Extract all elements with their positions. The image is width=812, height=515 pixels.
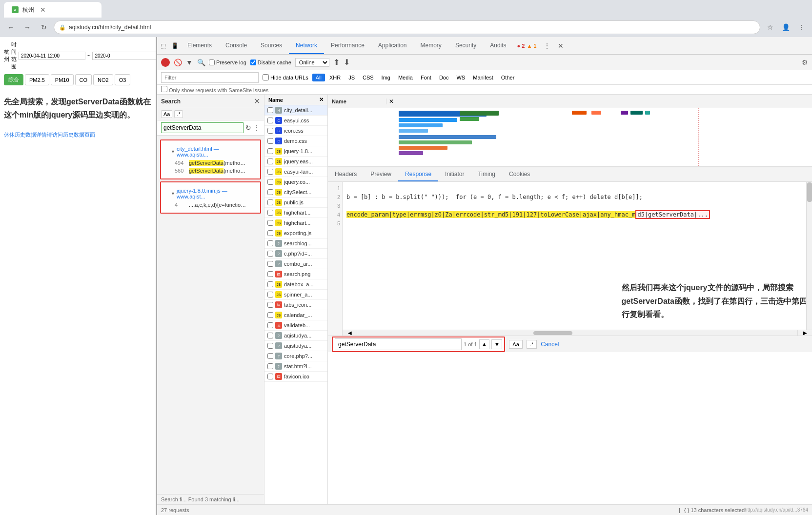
file-checkbox-22[interactable] — [267, 333, 273, 338]
file-item-26[interactable]: 🖼 favicon.ico — [264, 372, 327, 382]
settings-icon[interactable]: ⚙ — [802, 59, 808, 66]
search-options-btn[interactable]: ⋮ — [253, 124, 260, 132]
filter-co[interactable]: CO — [75, 74, 92, 85]
browser-tab[interactable]: A 杭州 ✕ — [4, 2, 102, 18]
file-checkbox-7[interactable] — [267, 179, 273, 185]
detail-tab-headers[interactable]: Headers — [328, 167, 364, 181]
hide-urls-label[interactable]: Hide data URLs — [263, 74, 308, 80]
forward-button[interactable]: → — [20, 20, 34, 34]
type-filter-media[interactable]: Media — [395, 74, 416, 81]
file-checkbox-21[interactable] — [267, 322, 273, 328]
file-checkbox-13[interactable] — [267, 240, 273, 246]
file-item-18[interactable]: JS spinner_a... — [264, 290, 327, 300]
file-item-5[interactable]: JS jquery.eas... — [264, 157, 327, 167]
match-case-btn[interactable]: Aa — [509, 340, 522, 349]
devtools-tab-performance[interactable]: Performance — [324, 37, 371, 54]
filter-icon-btn[interactable]: ▼ — [185, 59, 193, 66]
devtools-tab-security[interactable]: Security — [448, 37, 483, 54]
file-checkbox-5[interactable] — [267, 158, 273, 164]
file-checkbox-0[interactable] — [267, 107, 273, 113]
address-bar[interactable]: 🔒 aqistudy.cn/html/city_detail.html — [54, 20, 760, 34]
file-checkbox-4[interactable] — [267, 148, 273, 154]
file-item-10[interactable]: JS highchart... — [264, 208, 327, 218]
time-end-input[interactable] — [92, 52, 156, 60]
time-start-input[interactable] — [19, 52, 85, 60]
file-checkbox-10[interactable] — [267, 210, 273, 216]
download-btn[interactable]: ⬇ — [344, 58, 350, 67]
disable-cache-label[interactable]: Disable cache — [250, 59, 291, 65]
bookmark-button[interactable]: ☆ — [763, 20, 777, 34]
devtools-tab-sources[interactable]: Sources — [254, 37, 289, 54]
file-item-22[interactable]: ? aqistudya... — [264, 331, 327, 341]
type-filter-all[interactable]: All — [312, 74, 325, 81]
detail-tab-cookies[interactable]: Cookies — [502, 167, 537, 181]
h-scrollbar-thumb[interactable] — [533, 331, 572, 335]
scroll-right-btn[interactable]: ▶ — [797, 330, 812, 336]
filter-input[interactable] — [161, 72, 259, 83]
file-checkbox-14[interactable] — [267, 251, 273, 257]
type-filter-doc[interactable]: Doc — [436, 74, 452, 81]
devtools-tab-console[interactable]: Console — [219, 37, 254, 54]
file-checkbox-1[interactable] — [267, 118, 273, 123]
horizontal-scrollbar[interactable]: ◀ ▶ — [343, 330, 812, 336]
devtools-inspect-btn[interactable]: ⬚ — [157, 40, 169, 52]
file-checkbox-16[interactable] — [267, 271, 273, 277]
filter-pm10[interactable]: PM10 — [51, 74, 74, 85]
file-item-13[interactable]: ? searchlog... — [264, 238, 327, 249]
search-prev-btn[interactable]: ▲ — [479, 339, 490, 349]
file-item-3[interactable]: C demo.css — [264, 136, 327, 146]
file-item-6[interactable]: JS easyui-lan... — [264, 167, 327, 177]
refresh-button[interactable]: ↻ — [37, 20, 51, 34]
file-checkbox-8[interactable] — [267, 189, 273, 195]
record-button[interactable] — [161, 58, 170, 67]
cancel-search-btn[interactable]: Cancel — [541, 341, 559, 348]
devtools-device-btn[interactable]: 📱 — [169, 40, 181, 52]
search-result-1-1[interactable]: 494 getServerData(method, par... — [167, 159, 254, 167]
detail-tab-timing[interactable]: Timing — [471, 167, 502, 181]
regex-btn[interactable]: .* — [527, 340, 537, 349]
file-item-4[interactable]: JS jquery-1.8... — [264, 146, 327, 157]
devtools-tab-elements[interactable]: Elements — [181, 37, 219, 54]
devtools-tab-application[interactable]: Application — [371, 37, 414, 54]
file-checkbox-12[interactable] — [267, 230, 273, 236]
samesite-checkbox[interactable] — [161, 86, 167, 92]
file-checkbox-3[interactable] — [267, 138, 273, 144]
type-filter-other[interactable]: Other — [498, 74, 518, 81]
file-item-20[interactable]: JS calendar_... — [264, 310, 327, 320]
search-file-header-2[interactable]: ▼ jquery-1.8.0.min.js — www.aqist... — [167, 186, 254, 201]
file-checkbox-9[interactable] — [267, 199, 273, 205]
search-input[interactable] — [161, 122, 244, 133]
file-checkbox-15[interactable] — [267, 261, 273, 267]
type-filter-css[interactable]: CSS — [359, 74, 377, 81]
profile-button[interactable]: 👤 — [779, 20, 792, 34]
type-filter-img[interactable]: Img — [378, 74, 394, 81]
file-checkbox-20[interactable] — [267, 312, 273, 318]
menu-button[interactable]: ⋮ — [794, 20, 808, 34]
bottom-search-input[interactable] — [335, 338, 462, 350]
search-next-btn[interactable]: ▼ — [491, 339, 502, 349]
detail-tab-initiator[interactable]: Initiator — [438, 167, 471, 181]
file-item-16[interactable]: 🖼 search.png — [264, 269, 327, 279]
file-checkbox-18[interactable] — [267, 292, 273, 297]
search-icon-btn[interactable]: 🔍 — [197, 59, 205, 66]
filter-o3[interactable]: O3 — [115, 74, 131, 85]
file-checkbox-6[interactable] — [267, 169, 273, 175]
file-item-19[interactable]: 🖼 tabs_icon... — [264, 300, 327, 310]
file-checkbox-17[interactable] — [267, 281, 273, 287]
type-filter-xhr[interactable]: XHR — [326, 74, 344, 81]
preserve-log-label[interactable]: Preserve log — [209, 59, 246, 65]
file-item-14[interactable]: ? c.php?id=... — [264, 249, 327, 259]
file-checkbox-25[interactable] — [267, 363, 273, 369]
search-result-1-2[interactable]: 560 getServerData(method, par... — [167, 167, 254, 175]
clear-button[interactable]: 🚫 — [174, 59, 182, 66]
file-item-9[interactable]: JS public.js — [264, 198, 327, 208]
disable-cache-checkbox[interactable] — [250, 59, 256, 65]
type-filter-font[interactable]: Font — [417, 74, 435, 81]
file-item-25[interactable]: ? stat.htm?i... — [264, 361, 327, 372]
preserve-log-checkbox[interactable] — [209, 59, 215, 65]
filter-综合[interactable]: 综合 — [4, 74, 23, 85]
search-match-case-btn[interactable]: Aa — [161, 110, 172, 118]
file-item-17[interactable]: JS datebox_a... — [264, 279, 327, 290]
back-button[interactable]: ← — [4, 20, 18, 34]
type-filter-manifest[interactable]: Manifest — [469, 74, 497, 81]
